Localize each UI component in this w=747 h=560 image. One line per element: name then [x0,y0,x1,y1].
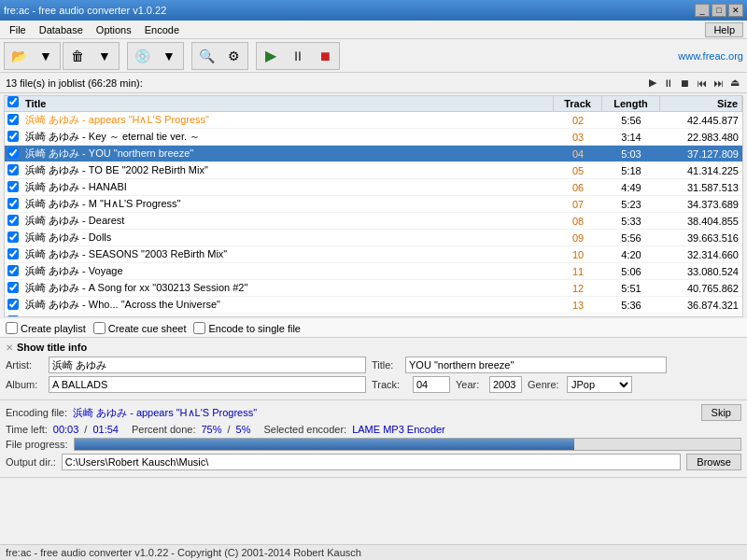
track-checkbox[interactable] [7,231,19,243]
encode-single-option: Encode to single file [193,322,300,334]
track-checkbox[interactable] [7,315,19,318]
track-number-label: Track: [372,379,407,390]
add-dropdown-button[interactable]: ▼ [33,44,59,68]
browse-button[interactable]: Browse [686,454,741,470]
album-input[interactable] [49,376,366,393]
album-label: Album: [6,379,43,390]
track-size: 40.765.862 [660,282,742,295]
track-checkbox[interactable] [7,164,19,175]
pb-pause-button[interactable]: ⏸ [661,77,675,90]
title-info-collapse[interactable]: ✕ [6,343,13,353]
pause-button[interactable]: ⏸ [285,44,311,68]
year-label: Year: [456,379,484,390]
table-row[interactable]: 浜崎 あゆみ - M "H∧L'S Progress"075:2334.373.… [5,196,742,213]
table-row[interactable]: 浜崎 あゆみ - Who... "Across the Universe"135… [5,297,742,314]
table-row[interactable]: 浜崎 あゆみ - YOU "northern breeze"045:0337.1… [5,146,742,162]
track-checkbox[interactable] [7,181,19,192]
track-checkbox[interactable] [7,299,19,310]
track-checkbox-cell [5,265,21,278]
album-row: Album: Track: Year: Genre: JPop [6,376,741,393]
track-length: 4:23 [602,315,660,318]
header-size: Size [660,96,742,111]
stop-button[interactable]: ⏹ [312,44,338,68]
maximize-button[interactable]: □ [712,4,726,17]
track-checkbox[interactable] [7,114,19,125]
create-cue-sheet-checkbox[interactable] [93,322,106,334]
menu-options[interactable]: Options [91,23,137,36]
pb-prev-button[interactable]: ⏮ [695,77,709,90]
table-row[interactable]: 浜崎 あゆみ - Dearest085:3338.404.855 [5,213,742,230]
encoding-file-value: 浜崎 あゆみ - appears "H∧L'S Progress" [73,406,257,420]
pb-eject-button[interactable]: ⏏ [728,76,741,90]
minimize-button[interactable]: _ [695,4,710,17]
year-input[interactable] [489,376,522,393]
track-checkbox[interactable] [7,147,19,159]
table-row[interactable]: 浜崎 あゆみ - A Song for xx "030213 Session #… [5,280,742,297]
track-length: 3:14 [602,131,660,144]
output-dir-label: Output dir.: [6,456,56,468]
track-number-input[interactable] [413,376,450,393]
track-size: 38.404.855 [660,215,742,228]
track-checkbox-cell [5,164,21,177]
table-row[interactable]: 浜崎 あゆみ - appears "H∧L'S Progress"025:564… [5,112,742,129]
create-playlist-checkbox[interactable] [6,322,18,334]
config-button[interactable]: ⚙ [220,44,247,68]
cd-button[interactable]: 💿 [129,44,155,68]
close-button[interactable]: ✕ [728,4,743,17]
track-length: 5:51 [602,282,660,295]
remove-dropdown-button[interactable]: ▼ [92,44,118,68]
menu-encode[interactable]: Encode [139,23,185,36]
track-size: 32.314.660 [660,248,742,261]
header-title: Title [21,96,554,111]
select-all-checkbox[interactable] [7,96,19,107]
play-button[interactable]: ▶ [258,44,284,68]
remove-button[interactable]: 🗑 [64,44,91,68]
help-button[interactable]: Help [705,22,743,37]
toolbar-config-group: 💿 ▼ [127,42,184,70]
track-checkbox-cell [5,198,21,211]
track-checkbox[interactable] [7,131,19,142]
config-dropdown-button[interactable]: ▼ [156,44,182,68]
table-row[interactable]: 浜崎 あゆみ - Dolls095:5639.663.516 [5,230,742,246]
track-size: 27.568.228 [660,315,742,318]
pb-play-button[interactable]: ▶ [647,76,658,90]
track-checkbox[interactable] [7,215,19,226]
total-time-value: 01:54 [92,424,119,435]
artist-input[interactable] [49,357,366,373]
track-checkbox[interactable] [7,248,19,259]
track-title: 浜崎 あゆみ - appears "H∧L'S Progress" [21,112,554,128]
track-number: 13 [554,299,602,312]
toolbar-buttons: 📂 ▼ 🗑 ▼ 💿 ▼ 🔍 ⚙ ▶ ⏸ ⏹ [4,42,340,70]
genre-select[interactable]: JPop [567,376,632,393]
track-size: 33.080.524 [660,265,742,278]
website-link[interactable]: www.freac.org [678,50,743,62]
track-checkbox[interactable] [7,265,19,276]
menu-file[interactable]: File [4,23,32,36]
table-row[interactable]: 浜崎 あゆみ - Key ～ eternal tie ver. ～033:142… [5,129,742,146]
window-controls[interactable]: _ □ ✕ [695,4,743,17]
table-row[interactable]: 浜崎 あゆみ - 卒業写真144:2327.568.228 [5,314,742,317]
title-input[interactable] [405,357,667,373]
encode-single-checkbox[interactable] [193,322,205,334]
encode-single-label: Encode to single file [208,323,300,334]
track-length: 5:36 [602,299,660,312]
pb-stop-button[interactable]: ⏹ [678,77,692,90]
table-row[interactable]: 浜崎 あゆみ - HANABI064:4931.587.513 [5,179,742,196]
create-cue-sheet-label: Create cue sheet [108,323,187,334]
table-row[interactable]: 浜崎 あゆみ - TO BE "2002 ReBirth Mix"055:184… [5,162,742,179]
check-button[interactable]: 🔍 [193,44,219,68]
track-checkbox[interactable] [7,282,19,293]
joblist-status: 13 file(s) in joblist (66:28 min): [6,77,143,89]
track-title: 浜崎 あゆみ - A Song for xx "030213 Session #… [21,280,554,296]
track-number: 08 [554,215,602,228]
pb-next-button[interactable]: ⏭ [712,77,726,90]
add-files-button[interactable]: 📂 [6,44,32,68]
track-checkbox[interactable] [7,198,19,209]
track-number: 03 [554,131,602,144]
menu-database[interactable]: Database [34,23,89,36]
skip-button[interactable]: Skip [701,404,741,421]
output-dir-input[interactable] [62,454,682,470]
toolbar-remove-group: 🗑 ▼ [63,42,120,70]
table-row[interactable]: 浜崎 あゆみ - SEASONS "2003 ReBirth Mix"104:2… [5,246,742,263]
table-row[interactable]: 浜崎 あゆみ - Voyage115:0633.080.524 [5,263,742,280]
